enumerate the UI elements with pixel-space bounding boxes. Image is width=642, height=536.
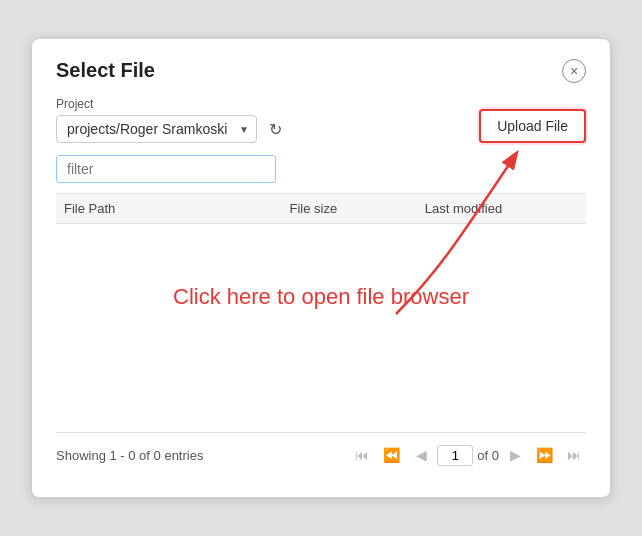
refresh-button[interactable]: ↻ — [265, 116, 286, 143]
close-button[interactable]: × — [562, 59, 586, 83]
first-page-button[interactable]: ⏮ — [350, 443, 374, 467]
upload-file-button[interactable]: Upload File — [479, 109, 586, 143]
project-section: Project projects/Roger Sramkoski ▼ ↻ — [56, 97, 467, 143]
last-page-icon: ⏭ — [567, 447, 581, 463]
project-select[interactable]: projects/Roger Sramkoski — [56, 115, 257, 143]
page-number-input[interactable] — [437, 445, 473, 466]
project-select-row: projects/Roger Sramkoski ▼ ↻ — [56, 115, 467, 143]
refresh-icon: ↻ — [269, 120, 282, 139]
next-page-icon: ▶ — [510, 447, 521, 463]
prev-skip-icon: ⏪ — [383, 447, 400, 463]
next-skip-button[interactable]: ⏩ — [531, 443, 558, 467]
select-file-dialog: Select File × Project projects/Roger Sra… — [31, 38, 611, 498]
next-page-button[interactable]: ▶ — [503, 443, 527, 467]
last-page-button[interactable]: ⏭ — [562, 443, 586, 467]
annotation-area: Click here to open file browser — [56, 224, 586, 424]
prev-skip-button[interactable]: ⏪ — [378, 443, 405, 467]
table-body: Click here to open file browser — [56, 224, 586, 424]
top-row: Project projects/Roger Sramkoski ▼ ↻ Upl… — [56, 97, 586, 143]
dialog-title: Select File — [56, 59, 155, 82]
project-label: Project — [56, 97, 467, 111]
first-page-icon: ⏮ — [355, 447, 369, 463]
prev-page-icon: ◀ — [416, 447, 427, 463]
showing-entries: Showing 1 - 0 of 0 entries — [56, 448, 203, 463]
col-header-filepath: File Path — [56, 201, 282, 216]
pagination: ⏮ ⏪ ◀ of 0 ▶ ⏩ ⏭ — [350, 443, 586, 467]
col-header-filesize: File size — [282, 201, 417, 216]
project-select-wrapper: projects/Roger Sramkoski ▼ — [56, 115, 257, 143]
of-label: of 0 — [477, 448, 499, 463]
dialog-header: Select File × — [56, 59, 586, 83]
next-skip-icon: ⏩ — [536, 447, 553, 463]
filter-input[interactable] — [56, 155, 276, 183]
col-header-lastmodified: Last modified — [417, 201, 586, 216]
footer: Showing 1 - 0 of 0 entries ⏮ ⏪ ◀ of 0 ▶ … — [56, 432, 586, 467]
annotation-arrow — [56, 224, 586, 424]
prev-page-button[interactable]: ◀ — [409, 443, 433, 467]
table-header: File Path File size Last modified — [56, 193, 586, 224]
